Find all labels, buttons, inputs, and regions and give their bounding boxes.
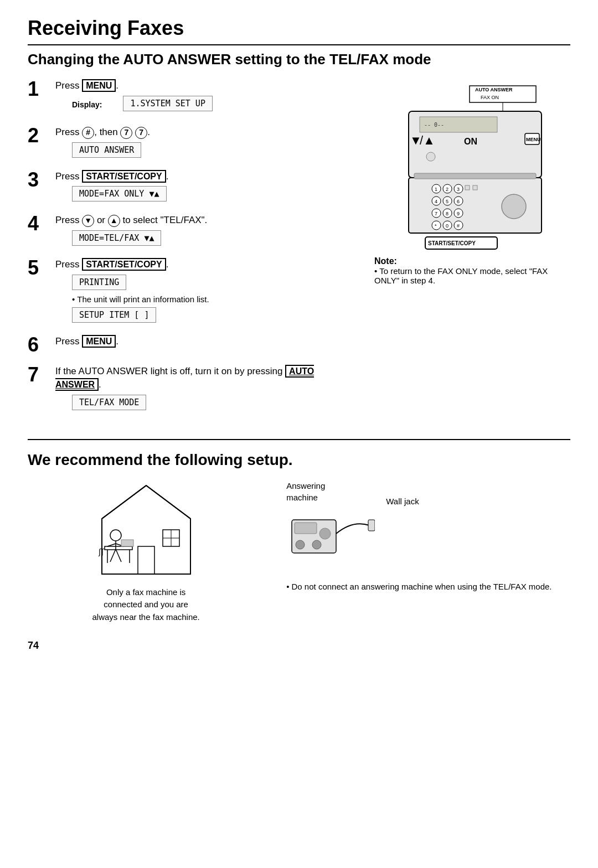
device-illustration: AUTO ANSWER FAX ON -- 0-- ▼ /▲ MENU ON 1 <box>375 85 553 251</box>
svg-rect-51 <box>105 546 132 550</box>
step-5-content: Press START/SET/COPY. PRINTING The unit … <box>55 258 347 325</box>
steps-column: 1 Press MENU. Display: 1.SYSTEM SET UP 2… <box>28 79 347 422</box>
svg-text:1: 1 <box>435 187 437 192</box>
answering-machine-illustration: → <box>286 503 375 570</box>
step-1: 1 Press MENU. Display: 1.SYSTEM SET UP <box>28 79 347 116</box>
step-6-content: Press MENU. <box>55 335 347 352</box>
svg-text:2: 2 <box>446 187 448 192</box>
step-1-text: Press MENU. <box>55 79 347 92</box>
svg-text:ʃʃ: ʃʃ <box>98 547 104 556</box>
svg-line-46 <box>146 485 190 519</box>
section-title: Changing the AUTO ANSWER setting to the … <box>28 51 570 68</box>
svg-text:8: 8 <box>446 211 448 216</box>
svg-point-65 <box>296 540 305 549</box>
svg-rect-19 <box>465 185 470 190</box>
svg-text:/▲: /▲ <box>420 133 435 147</box>
svg-line-59 <box>116 549 121 562</box>
svg-text:AUTO ANSWER: AUTO ANSWER <box>475 87 513 92</box>
svg-text:MENU: MENU <box>526 137 541 142</box>
svg-rect-68 <box>368 520 375 531</box>
step-3: 3 Press START/SET/COPY. MODE=FAX ONLY ▼▲ <box>28 170 347 204</box>
svg-text:6: 6 <box>457 199 460 204</box>
menu-key-6: MENU <box>82 335 116 348</box>
step-6: 6 Press MENU. <box>28 335 347 355</box>
step-5-text: Press START/SET/COPY. <box>55 258 347 271</box>
bottom-content: ʃʃ Only a fax machine is connected and y… <box>28 480 570 624</box>
answering-diagram: Answering machine → Wall ja <box>286 480 570 572</box>
note-title: Note: <box>374 256 570 266</box>
bottom-section-title: We recommend the following setup. <box>28 451 570 469</box>
step-7-number: 7 <box>28 365 50 385</box>
bottom-note: Do not connect an answering machine when… <box>286 581 570 593</box>
step-3-display-box: MODE=FAX ONLY ▼▲ <box>72 186 167 202</box>
step-2-display-box: AUTO ANSWER <box>72 142 141 158</box>
svg-text:*: * <box>435 223 437 229</box>
svg-line-45 <box>102 485 146 519</box>
step-1-display-label: Display: <box>72 100 102 109</box>
svg-point-54 <box>110 530 121 541</box>
house-illustration: ʃʃ <box>91 480 202 580</box>
wall-jack-label: Wall jack <box>386 497 419 506</box>
key-7b: 7 <box>135 127 147 139</box>
svg-rect-60 <box>121 540 133 546</box>
down-arrow-key: ▼ <box>82 215 94 227</box>
step-3-content: Press START/SET/COPY. MODE=FAX ONLY ▼▲ <box>55 170 347 204</box>
svg-point-43 <box>426 152 435 161</box>
svg-rect-42 <box>414 173 536 179</box>
svg-text:7: 7 <box>435 211 437 216</box>
step-5-display-box-setup: SETUP ITEM [ ] <box>72 307 156 323</box>
svg-point-66 <box>312 540 321 549</box>
bottom-left: ʃʃ Only a fax machine is connected and y… <box>28 480 264 624</box>
step-4: 4 Press ▼ or ▲ to select "TEL/FAX". MODE… <box>28 214 347 248</box>
step-7-text: If the AUTO ANSWER light is off, turn it… <box>55 365 347 391</box>
menu-key: MENU <box>82 79 116 92</box>
svg-rect-47 <box>138 546 154 574</box>
step-1-content: Press MENU. Display: 1.SYSTEM SET UP <box>55 79 347 116</box>
step-4-display-box: MODE=TEL/FAX ▼▲ <box>72 230 161 246</box>
svg-rect-63 <box>295 523 317 534</box>
step-2-number: 2 <box>28 126 50 146</box>
step-5: 5 Press START/SET/COPY. PRINTING The uni… <box>28 258 347 325</box>
key-7a: 7 <box>120 127 132 139</box>
step-2-content: Press #, then 7 7. AUTO ANSWER <box>55 126 347 160</box>
step-6-text: Press MENU. <box>55 335 347 348</box>
svg-point-39 <box>502 194 526 219</box>
step-2-text: Press #, then 7 7. <box>55 126 347 139</box>
step-1-display-row: Display: 1.SYSTEM SET UP <box>55 96 347 113</box>
page-title: Receiving Faxes <box>28 17 570 45</box>
main-content: 1 Press MENU. Display: 1.SYSTEM SET UP 2… <box>28 79 570 422</box>
step-4-content: Press ▼ or ▲ to select "TEL/FAX". MODE=T… <box>55 214 347 248</box>
svg-text:0: 0 <box>446 223 448 229</box>
step-1-number: 1 <box>28 79 50 99</box>
start-set-copy-key-5: START/SET/COPY <box>82 258 166 271</box>
step-7-content: If the AUTO ANSWER light is off, turn it… <box>55 365 347 412</box>
svg-text:4: 4 <box>435 199 437 204</box>
svg-text:ON: ON <box>464 137 477 146</box>
bottom-left-caption: Only a fax machine is connected and you … <box>92 586 199 624</box>
bottom-right: Answering machine → Wall ja <box>286 480 570 593</box>
svg-line-58 <box>110 549 116 562</box>
svg-text:5: 5 <box>446 199 448 204</box>
start-set-copy-key-3: START/SET/COPY <box>82 170 166 183</box>
step-6-number: 6 <box>28 335 50 355</box>
svg-text:9: 9 <box>457 211 460 216</box>
page-number: 74 <box>28 640 570 652</box>
step-1-display-box: 1.SYSTEM SET UP <box>123 96 212 111</box>
step-4-number: 4 <box>28 214 50 234</box>
svg-text:-- 0--: -- 0-- <box>424 122 444 128</box>
step-3-text: Press START/SET/COPY. <box>55 170 347 183</box>
section-divider <box>28 439 570 440</box>
step-2: 2 Press #, then 7 7. AUTO ANSWER <box>28 126 347 160</box>
svg-text:START/SET/COPY: START/SET/COPY <box>428 240 476 246</box>
svg-text:FAX ON: FAX ON <box>481 95 499 100</box>
step-7-display-box: TEL/FAX MODE <box>72 395 146 410</box>
svg-point-64 <box>319 528 331 539</box>
note-text: To return to the FAX ONLY mode, select "… <box>374 266 570 285</box>
step-7: 7 If the AUTO ANSWER light is off, turn … <box>28 365 347 412</box>
svg-text:#: # <box>457 223 460 229</box>
step-5-bullet: The unit will print an information list. <box>72 294 347 304</box>
answering-label: Answering machine <box>286 480 375 503</box>
note-section: Note: To return to the FAX ONLY mode, se… <box>374 256 570 285</box>
step-3-number: 3 <box>28 170 50 190</box>
step-5-display-box-printing: PRINTING <box>72 275 126 290</box>
